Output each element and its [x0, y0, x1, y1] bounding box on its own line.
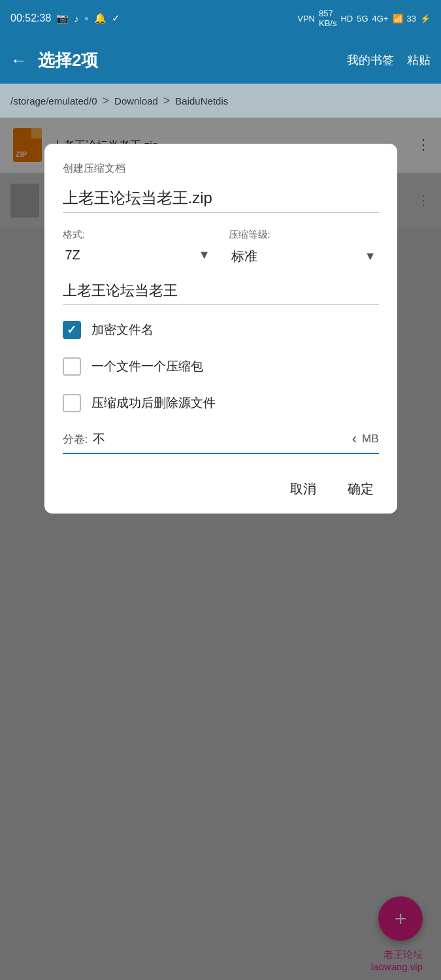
dialog-title: 创建压缩文档 [63, 162, 379, 176]
split-unit: MB [362, 433, 379, 446]
status-bar: 00:52:38 📷 ♪ ● 🔔 ✓ VPN 857KB/s HD 5G 4G+… [0, 0, 441, 37]
breadcrumb-download[interactable]: Download [114, 95, 158, 106]
vpn-label: VPN [297, 14, 315, 24]
breadcrumb: /storage/emulated/0 > Download > BaiduNe… [0, 84, 441, 118]
level-dropdown-arrow: ▼ [365, 250, 376, 263]
delete-source-checkbox[interactable] [63, 394, 81, 412]
format-group: 格式: 7Z ▼ [63, 229, 213, 267]
level-value: 标准 [231, 248, 257, 265]
encrypt-filename-row: 加密文件名 [63, 321, 379, 339]
5g-label: 5G [357, 14, 368, 24]
check-icon: ✓ [112, 12, 120, 24]
level-group: 压缩等级: 标准 ▼ [229, 229, 379, 269]
one-file-one-archive-row: 一个文件一个压缩包 [63, 357, 379, 376]
breadcrumb-root[interactable]: /storage/emulated/0 [10, 95, 97, 106]
confirm-button[interactable]: 确定 [342, 478, 379, 500]
bg-content: ZIP 上老王论坛当老王.zip ⋮ ⋮ 创建压缩文档 格式: 7Z ▼ [0, 118, 441, 980]
delete-source-label: 压缩成功后删除源文件 [91, 395, 216, 412]
format-select[interactable]: 7Z ▼ [63, 244, 213, 267]
battery-level: 33 [407, 14, 416, 24]
title-actions: 我的书签 粘贴 [347, 52, 431, 68]
one-file-one-archive-label: 一个文件一个压缩包 [91, 358, 203, 375]
level-label: 压缩等级: [229, 229, 379, 241]
dialog-buttons: 取消 确定 [63, 472, 379, 500]
battery-icon: ⚡ [420, 14, 431, 24]
data-speed: 857KB/s [319, 8, 336, 28]
split-back-arrow[interactable]: ‹ [352, 431, 357, 448]
back-button[interactable]: ← [10, 50, 27, 71]
encrypt-filename-label: 加密文件名 [91, 321, 154, 338]
tiktok-icon: ♪ [74, 13, 79, 24]
format-label: 格式: [63, 229, 213, 241]
4g-label: 4G+ [372, 14, 389, 24]
cancel-button[interactable]: 取消 [285, 478, 321, 500]
archive-name-input[interactable] [63, 282, 379, 305]
wifi-icon: 📶 [393, 14, 403, 24]
dialog-overlay: 创建压缩文档 格式: 7Z ▼ 压缩等级: 标准 ▼ [0, 118, 441, 980]
breadcrumb-sep-1: > [103, 94, 110, 108]
status-left: 00:52:38 📷 ♪ ● 🔔 ✓ [10, 12, 120, 24]
format-value: 7Z [65, 248, 80, 263]
format-row: 格式: 7Z ▼ 压缩等级: 标准 ▼ [63, 229, 379, 269]
bookmark-button[interactable]: 我的书签 [347, 52, 394, 68]
one-file-one-archive-checkbox[interactable] [63, 357, 81, 376]
split-input[interactable] [93, 432, 346, 446]
page-title: 选择2项 [38, 49, 336, 72]
filename-input[interactable] [63, 189, 379, 213]
status-time: 00:52:38 [10, 12, 51, 24]
bell-icon: 🔔 [94, 12, 106, 24]
level-select[interactable]: 标准 ▼ [229, 244, 379, 269]
delete-source-row: 压缩成功后删除源文件 [63, 394, 379, 412]
dialog: 创建压缩文档 格式: 7Z ▼ 压缩等级: 标准 ▼ [44, 144, 397, 514]
format-dropdown-arrow: ▼ [199, 248, 210, 262]
split-label: 分卷: [63, 432, 88, 447]
breadcrumb-sep-2: > [163, 94, 171, 108]
dot-icon: ● [84, 14, 89, 23]
hd-label: HD [340, 14, 353, 24]
title-bar: ← 选择2项 我的书签 粘贴 [0, 37, 441, 84]
breadcrumb-baidu[interactable]: BaiduNetdis [175, 95, 228, 106]
status-right: VPN 857KB/s HD 5G 4G+ 📶 33 ⚡ [297, 8, 431, 28]
split-row: 分卷: ‹ MB [63, 431, 379, 454]
camera-icon: 📷 [56, 12, 69, 24]
paste-button[interactable]: 粘贴 [407, 52, 431, 68]
encrypt-filename-checkbox[interactable] [63, 321, 81, 339]
